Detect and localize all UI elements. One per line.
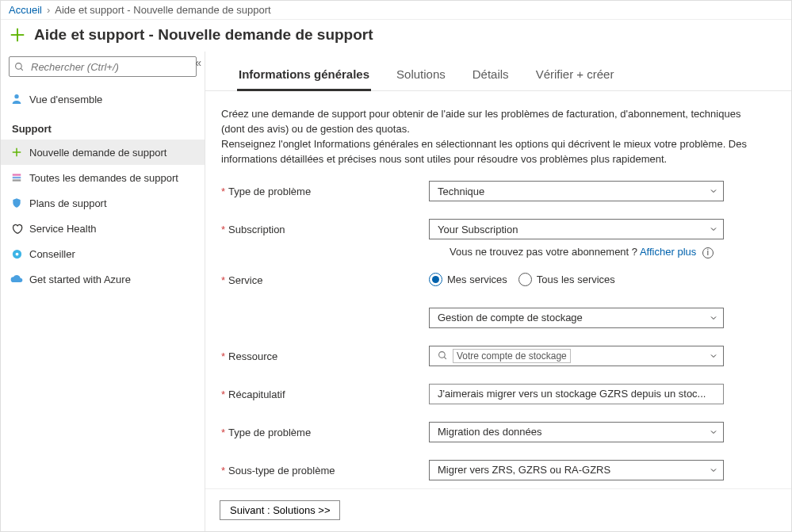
sidebar-item-label: Service Health	[29, 223, 97, 235]
sidebar-section-support: Support	[1, 112, 205, 140]
svg-line-3	[21, 68, 23, 71]
sidebar-item-label: Nouvelle demande de support	[29, 147, 166, 159]
sidebar-item-label: Toutes les demandes de support	[29, 172, 178, 184]
label-summary: Récapitulatif	[228, 388, 285, 400]
main-panel: Informations générales Solutions Détails…	[205, 52, 791, 531]
radio-all-services[interactable]: Tous les services	[518, 273, 615, 286]
collapse-sidebar-icon[interactable]: «	[195, 56, 201, 69]
chevron-down-icon	[709, 313, 718, 323]
tabs: Informations générales Solutions Détails…	[205, 52, 791, 91]
input-summary[interactable]: J'aimerais migrer vers un stockage GZRS …	[429, 384, 724, 404]
tab-review[interactable]: Vérifier + créer	[534, 67, 616, 91]
select-service[interactable]: Gestion de compte de stockage	[429, 308, 724, 328]
sidebar-item-all-requests[interactable]: Toutes les demandes de support	[1, 165, 205, 190]
svg-rect-9	[13, 179, 21, 181]
advisor-icon	[10, 247, 23, 260]
svg-rect-7	[13, 174, 21, 175]
person-icon	[10, 93, 23, 105]
link-show-more[interactable]: Afficher plus	[640, 246, 696, 258]
select-problem-subtype[interactable]: Migrer vers ZRS, GZRS ou RA-GZRS	[429, 460, 724, 480]
search-icon	[438, 350, 448, 361]
select-issue-type[interactable]: Technique	[429, 181, 724, 201]
intro-text: Créez une demande de support pour obteni…	[221, 107, 759, 166]
subscription-hint: Vous ne trouvez pas votre abonnement ?	[450, 246, 640, 258]
sidebar-item-service-health[interactable]: Service Health	[1, 216, 205, 241]
sidebar-item-label: Get started with Azure	[29, 274, 131, 285]
sidebar-item-new-request[interactable]: Nouvelle demande de support	[1, 140, 205, 165]
select-subscription[interactable]: Your Subscription	[429, 219, 724, 239]
next-button[interactable]: Suivant : Solutions >>	[220, 500, 340, 520]
select-resource[interactable]: Votre compte de stockage	[429, 346, 724, 366]
page-titlebar: Aide et support - Nouvelle demande de su…	[1, 20, 791, 52]
info-icon[interactable]: i	[702, 247, 714, 258]
tab-details[interactable]: Détails	[471, 67, 511, 91]
plus-icon	[9, 26, 26, 44]
shield-icon	[10, 197, 23, 209]
sidebar-item-label: Vue d'ensemble	[29, 94, 102, 105]
resource-placeholder: Votre compte de stockage	[453, 349, 571, 363]
label-service: Service	[228, 274, 262, 286]
chevron-down-icon	[709, 427, 718, 437]
svg-point-12	[439, 352, 446, 358]
search-input[interactable]	[9, 56, 197, 77]
chevron-down-icon	[709, 224, 718, 234]
svg-point-11	[15, 252, 18, 255]
svg-rect-8	[13, 177, 21, 178]
list-icon	[10, 171, 23, 184]
plus-icon	[10, 146, 23, 159]
tab-solutions[interactable]: Solutions	[395, 67, 447, 91]
label-problem-type: Type de problème	[228, 427, 311, 438]
label-resource: Ressource	[228, 350, 277, 362]
tab-basics[interactable]: Informations générales	[237, 67, 371, 91]
chevron-down-icon	[709, 465, 718, 475]
sidebar: « Vue d'ensemble Support Nouvelle d	[1, 52, 205, 531]
label-problem-subtype: Sous-type de problème	[228, 465, 335, 477]
svg-point-4	[14, 94, 18, 98]
label-issue-type: Type de problème	[228, 186, 311, 197]
select-problem-type[interactable]: Migration des données	[429, 422, 724, 442]
page-title: Aide et support - Nouvelle demande de su…	[34, 26, 373, 44]
cloud-icon	[10, 273, 23, 285]
sidebar-item-label: Conseiller	[29, 248, 75, 260]
sidebar-item-advisor[interactable]: Conseiller	[1, 241, 205, 266]
breadcrumb-current: Aide et support - Nouvelle demande de su…	[55, 4, 270, 16]
search-icon	[14, 62, 25, 72]
required-marker: *	[221, 186, 225, 197]
sidebar-item-get-started[interactable]: Get started with Azure	[1, 266, 205, 292]
sidebar-item-label: Plans de support	[29, 197, 107, 209]
breadcrumb: Accueil › Aide et support - Nouvelle dem…	[1, 1, 791, 20]
chevron-right-icon: ›	[47, 4, 50, 16]
heart-icon	[10, 222, 23, 235]
sidebar-item-support-plans[interactable]: Plans de support	[1, 190, 205, 216]
breadcrumb-home[interactable]: Accueil	[9, 4, 42, 16]
label-subscription: Subscription	[228, 224, 285, 235]
svg-line-13	[444, 358, 446, 360]
sidebar-item-overview[interactable]: Vue d'ensemble	[1, 86, 205, 112]
chevron-down-icon	[709, 351, 718, 361]
footer: Suivant : Solutions >>	[205, 488, 791, 531]
chevron-down-icon	[709, 186, 718, 196]
svg-point-2	[16, 63, 22, 69]
radio-my-services[interactable]: Mes services	[429, 273, 507, 286]
search-field[interactable]	[29, 60, 191, 74]
